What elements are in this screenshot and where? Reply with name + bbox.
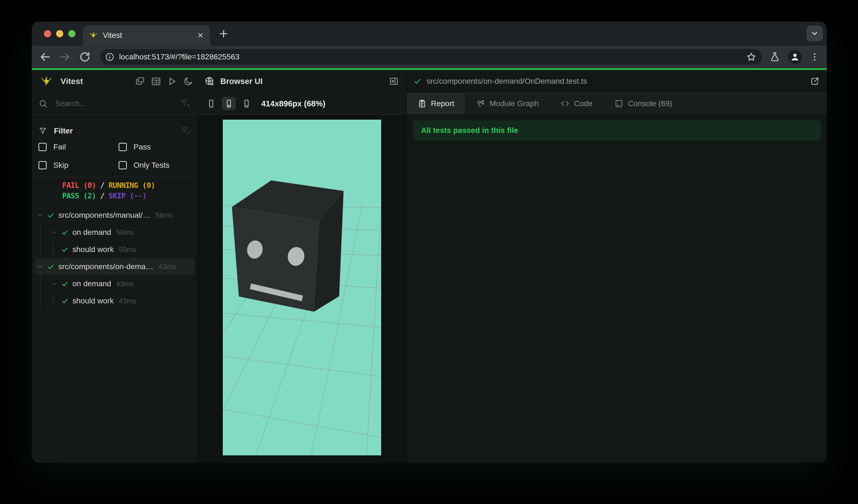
- filter-title-row: Filter: [38, 124, 190, 138]
- open-external-icon[interactable]: [810, 77, 820, 86]
- preview-header: Browser UI: [197, 70, 406, 93]
- filter-option-pass[interactable]: Pass: [118, 138, 190, 156]
- toolbar-right-actions: [769, 50, 820, 64]
- filter-panel: Filter Fail Pass: [32, 115, 197, 177]
- pass-checkbox[interactable]: [118, 143, 127, 151]
- search-input[interactable]: [54, 99, 180, 108]
- zoom-in-device-button[interactable]: [222, 97, 236, 111]
- test-tree: src/components/manual/… 56ms on demand 5…: [32, 206, 197, 463]
- sidebar-actions: [135, 76, 193, 86]
- filter-title: Filter: [54, 127, 180, 135]
- tab-close-icon[interactable]: [197, 32, 204, 39]
- console-icon: [615, 99, 623, 108]
- tab-console-label: Console (69): [628, 99, 672, 108]
- maximize-window-button[interactable]: [68, 30, 76, 37]
- report-content: All tests passed in this file: [407, 114, 827, 463]
- collapse-panels-icon[interactable]: [135, 76, 145, 86]
- test-file-path: src/components/on-demand/OnDemand.test.t…: [427, 77, 810, 86]
- search-icon: [38, 99, 48, 108]
- vitest-logo: [40, 76, 53, 87]
- chevron-down-icon[interactable]: [37, 263, 43, 270]
- filter-option-skip[interactable]: Skip: [38, 156, 118, 174]
- browser-tabstrip: Vitest: [32, 21, 827, 46]
- tab-code[interactable]: Code: [550, 93, 603, 114]
- back-button[interactable]: [39, 51, 51, 63]
- tab-code-label: Code: [574, 99, 592, 108]
- browser-toolbar: localhost:5173/#/?file=1828625563: [32, 46, 827, 68]
- window-controls: [44, 30, 76, 37]
- dock-panel-icon[interactable]: [389, 76, 399, 86]
- tab-module-graph-label: Module Graph: [490, 99, 538, 108]
- chevron-down-icon[interactable]: [37, 212, 43, 218]
- all-passed-banner: All tests passed in this file: [413, 120, 821, 141]
- experiments-flask-icon[interactable]: [769, 51, 780, 63]
- vitest-ui: Vitest: [32, 70, 827, 463]
- tree-test-row[interactable]: should work 55ms: [32, 241, 197, 258]
- chevron-down-icon[interactable]: [51, 229, 58, 236]
- forward-button[interactable]: [59, 51, 71, 63]
- browser-menu-icon[interactable]: [810, 52, 820, 62]
- summary-line-2: PASS (2) / SKIP (--): [62, 191, 197, 201]
- pass-check-icon: [61, 280, 68, 288]
- skip-count: SKIP (--): [109, 192, 146, 200]
- robot-cube: [232, 180, 344, 312]
- profile-avatar[interactable]: [788, 50, 802, 64]
- only-tests-checkbox[interactable]: [118, 161, 127, 169]
- device-phone-button[interactable]: [204, 97, 218, 111]
- dashboard-icon[interactable]: [151, 76, 161, 86]
- tree-file-row[interactable]: src/components/manual/… 56ms: [32, 207, 197, 224]
- site-info-icon[interactable]: [105, 52, 115, 62]
- fail-checkbox[interactable]: [38, 143, 47, 151]
- chevron-down-icon[interactable]: [51, 280, 58, 287]
- device-toolbar: 414x896px (68%): [197, 93, 406, 115]
- duration-label: 43ms: [116, 280, 134, 288]
- summary-line-1: FAIL (0) / RUNNING (0): [62, 180, 197, 191]
- theme-toggle-moon-icon[interactable]: [183, 76, 193, 86]
- clear-search-filter-icon[interactable]: [180, 99, 190, 109]
- run-all-icon[interactable]: [167, 76, 177, 86]
- skip-checkbox[interactable]: [38, 161, 47, 169]
- report-icon: [418, 99, 427, 108]
- tree-suite-row[interactable]: on demand 56ms: [32, 224, 197, 241]
- new-tab-button[interactable]: [218, 28, 230, 40]
- duration-label: 43ms: [118, 297, 136, 305]
- browser-tab[interactable]: Vitest: [83, 25, 210, 46]
- viewport-size-label: 414x896px (68%): [261, 99, 325, 108]
- duration-label: 55ms: [118, 245, 136, 254]
- test-summary: FAIL (0) / RUNNING (0) PASS (2) / SKIP (…: [32, 177, 197, 206]
- globe-icon: [204, 76, 215, 86]
- filter-options: Fail Pass Skip Only Tests: [38, 138, 190, 174]
- filter-funnel-icon: [38, 127, 47, 135]
- tab-title: Vitest: [103, 31, 197, 40]
- minimize-window-button[interactable]: [56, 30, 63, 37]
- close-window-button[interactable]: [44, 30, 51, 37]
- preview-title: Browser UI: [220, 77, 389, 86]
- zoom-out-device-button[interactable]: [240, 97, 253, 111]
- clear-filters-icon[interactable]: [180, 126, 190, 136]
- tab-report[interactable]: Report: [407, 93, 465, 114]
- bookmark-star-icon[interactable]: [746, 52, 757, 62]
- url-text[interactable]: localhost:5173/#/?file=1828625563: [119, 52, 746, 61]
- browser-window: Vitest localhost:5173/#/?file=1828625563: [32, 21, 827, 463]
- tree-suite-row[interactable]: on demand 43ms: [32, 275, 197, 292]
- module-graph-icon: [476, 99, 485, 108]
- tab-search-button[interactable]: [806, 26, 823, 42]
- all-passed-text: All tests passed in this file: [421, 126, 518, 135]
- tree-file-row-selected[interactable]: src/components/on-dema… 43ms: [34, 258, 194, 275]
- app-title: Vitest: [61, 77, 135, 86]
- details-tabs: Report Module Graph Code: [407, 93, 827, 114]
- code-icon: [560, 99, 569, 108]
- duration-label: 43ms: [158, 262, 176, 271]
- device-viewport-render[interactable]: [223, 120, 381, 455]
- details-panel: src/components/on-demand/OnDemand.test.t…: [407, 70, 827, 463]
- filter-option-fail[interactable]: Fail: [38, 138, 118, 156]
- tab-module-graph[interactable]: Module Graph: [465, 93, 550, 114]
- pass-check-icon: [61, 246, 68, 254]
- tab-report-label: Report: [431, 99, 454, 108]
- browser-preview-panel: Browser UI 414x896px (68%): [197, 70, 406, 463]
- address-bar[interactable]: localhost:5173/#/?file=1828625563: [100, 49, 762, 65]
- reload-button[interactable]: [79, 51, 91, 63]
- filter-option-only-tests[interactable]: Only Tests: [118, 156, 190, 174]
- tab-console[interactable]: Console (69): [603, 93, 683, 114]
- tree-test-row[interactable]: should work 43ms: [32, 292, 197, 309]
